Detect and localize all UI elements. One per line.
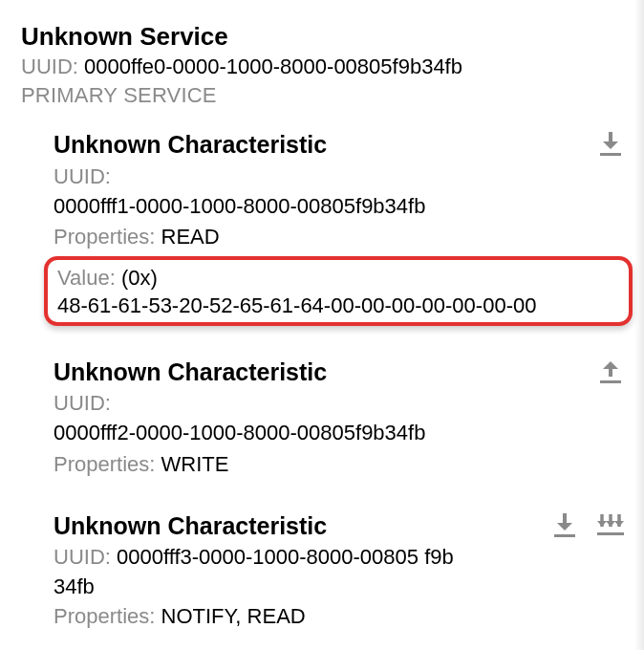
properties-row: Properties: WRITE [54,450,623,480]
download-icon[interactable] [596,129,625,158]
service-uuid: 0000ffe0-0000-1000-8000-00805f9b34fb [84,54,462,78]
characteristic-item[interactable]: Unknown Characteristic UUID: 0000fff2-00… [0,341,644,495]
download-icon[interactable] [550,510,579,539]
value-hex: 48-61-61-53-20-52-65-61-64-00-00-00-00-0… [57,293,619,318]
properties-value: WRITE [161,452,229,476]
service-detail: Unknown Service UUID: 0000ffe0-0000-1000… [0,0,644,647]
properties-label: Properties: [54,452,155,476]
uuid-label: UUID: [54,545,111,569]
value-prefix: (0x) [121,266,158,290]
svg-rect-2 [554,534,575,537]
upload-icon[interactable] [596,357,625,385]
characteristic-uuid-row: UUID: 0000fff3-0000-1000-8000-00805 f9b3… [54,543,455,602]
characteristic-title: Unknown Characteristic [54,357,623,388]
uuid-label: UUID: [54,162,623,192]
primary-service-label: PRIMARY SERVICE [21,83,623,108]
uuid-label: UUID: [54,389,623,419]
service-header: Unknown Service UUID: 0000ffe0-0000-1000… [0,21,644,114]
properties-value: NOTIFY, READ [161,604,306,628]
svg-rect-0 [600,153,621,156]
characteristic-title: Unknown Characteristic [54,129,623,161]
characteristic-uuid-block: UUID: 0000fff2-0000-1000-8000-00805f9b34… [54,389,623,448]
characteristic-item[interactable]: Unknown Characteristic UUID: 0000fff1-00… [0,114,644,341]
characteristic-actions [596,129,625,158]
service-uuid-row: UUID: 0000ffe0-0000-1000-8000-00805f9b34… [21,53,623,82]
svg-rect-3 [597,532,624,535]
properties-value: READ [161,225,220,249]
characteristic-item[interactable]: Unknown Characteristic UUID: 0000fff3-00… [0,495,644,647]
characteristic-actions [596,357,625,385]
characteristic-uuid-block: UUID: 0000fff1-0000-1000-8000-00805f9b34… [54,162,623,222]
properties-label: Properties: [54,225,155,249]
properties-label: Properties: [54,604,155,628]
service-title: Unknown Service [21,21,623,53]
notify-icon[interactable] [596,510,625,539]
characteristic-actions [550,510,625,539]
characteristic-uuid: 0000fff1-0000-1000-8000-00805f9b34fb [54,192,623,222]
characteristic-uuid: 0000fff3-0000-1000-8000-00805 f9b34fb [54,545,454,598]
value-row: Value: (0x) [57,264,619,293]
characteristic-uuid: 0000fff2-0000-1000-8000-00805f9b34fb [54,419,623,448]
uuid-label: UUID: [21,54,78,78]
characteristic-title: Unknown Characteristic [54,510,623,542]
properties-row: Properties: READ [54,223,623,252]
svg-rect-1 [600,380,621,383]
properties-row: Properties: NOTIFY, READ [54,602,623,632]
value-label: Value: [57,266,116,290]
value-highlight: Value: (0x) 48-61-61-53-20-52-65-61-64-0… [44,256,633,326]
